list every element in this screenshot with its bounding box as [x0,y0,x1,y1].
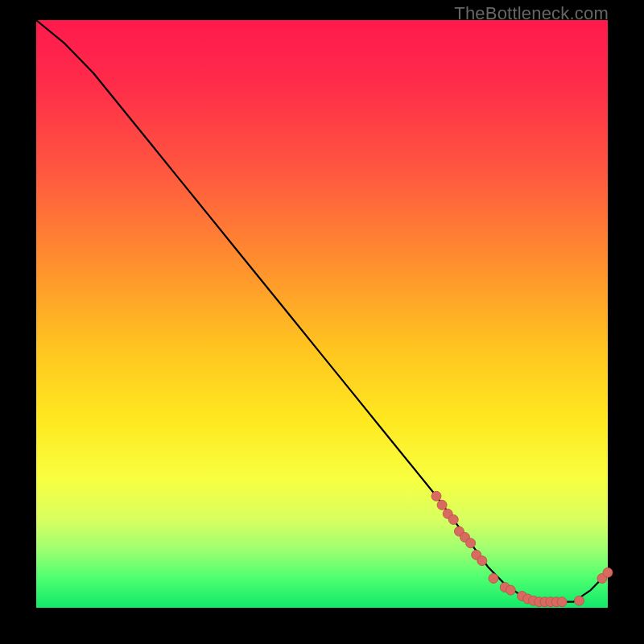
data-marker [431,491,441,501]
data-marker [506,585,515,595]
data-marker [489,574,498,584]
data-marker [466,539,476,548]
data-marker [448,515,458,525]
plot-area [36,20,608,608]
data-marker [603,568,613,577]
curve-svg [36,20,608,608]
data-marker [437,500,447,510]
data-marker [477,556,487,566]
data-marker [575,596,584,605]
data-marker [557,597,567,607]
data-markers [431,491,613,606]
chart-frame: TheBottleneck.com [0,0,644,644]
bottleneck-curve [36,20,608,602]
